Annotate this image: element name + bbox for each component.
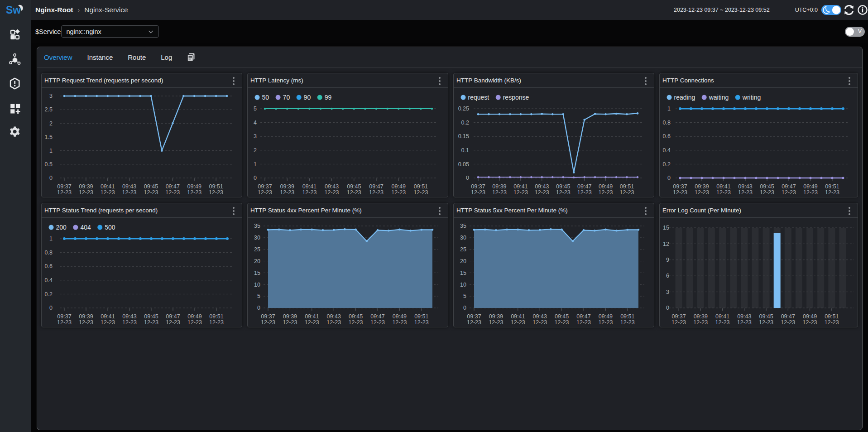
svg-text:15: 15 [460, 270, 466, 276]
svg-text:12-23: 12-23 [349, 319, 363, 326]
svg-text:09:37: 09:37 [57, 183, 71, 190]
svg-text:6: 6 [666, 273, 669, 279]
svg-text:09:47: 09:47 [782, 183, 796, 190]
svg-text:09:43: 09:43 [738, 183, 752, 190]
svg-text:0.2: 0.2 [45, 291, 53, 298]
svg-text:404: 404 [80, 224, 91, 231]
svg-text:30: 30 [254, 235, 260, 241]
svg-text:20: 20 [460, 258, 466, 264]
svg-text:3: 3 [666, 289, 669, 295]
svg-text:09:43: 09:43 [535, 183, 549, 190]
svg-text:0: 0 [463, 305, 466, 311]
svg-text:12-23: 12-23 [759, 319, 773, 326]
svg-text:09:43: 09:43 [325, 183, 339, 190]
svg-text:0.25: 0.25 [458, 106, 469, 112]
svg-text:12-23: 12-23 [803, 319, 817, 326]
svg-text:waiting: waiting [709, 94, 729, 101]
svg-text:09:51: 09:51 [620, 183, 634, 190]
svg-text:99: 99 [325, 94, 332, 101]
svg-text:2: 2 [254, 147, 257, 154]
svg-text:12-23: 12-23 [166, 319, 180, 326]
svg-text:09:45: 09:45 [555, 313, 569, 320]
svg-text:70: 70 [283, 94, 290, 101]
svg-text:12-23: 12-23 [716, 189, 731, 196]
svg-text:12-23: 12-23 [57, 189, 72, 196]
svg-text:09:39: 09:39 [280, 183, 294, 190]
svg-text:12-23: 12-23 [144, 189, 158, 196]
svg-text:09:51: 09:51 [209, 313, 223, 320]
svg-text:09:45: 09:45 [144, 183, 158, 190]
svg-text:0.2: 0.2 [663, 161, 671, 168]
svg-text:12-23: 12-23 [598, 319, 613, 326]
svg-text:09:47: 09:47 [781, 313, 795, 320]
svg-text:12-23: 12-23 [326, 319, 341, 326]
svg-text:1: 1 [49, 235, 53, 242]
svg-text:25: 25 [254, 246, 260, 253]
svg-text:09:39: 09:39 [283, 313, 297, 320]
svg-text:12-23: 12-23 [532, 319, 547, 326]
svg-text:12-23: 12-23 [305, 319, 319, 326]
svg-text:0.6: 0.6 [45, 263, 53, 269]
svg-text:12-23: 12-23 [347, 189, 361, 196]
svg-text:09:39: 09:39 [694, 313, 708, 320]
svg-text:0.15: 0.15 [458, 133, 469, 139]
svg-text:09:49: 09:49 [187, 313, 201, 320]
svg-text:09:39: 09:39 [695, 183, 709, 190]
svg-text:12-23: 12-23 [302, 189, 317, 196]
svg-text:12-23: 12-23 [737, 319, 752, 326]
svg-text:0.05: 0.05 [458, 161, 469, 168]
svg-text:09:37: 09:37 [261, 313, 275, 320]
svg-text:12-23: 12-23 [209, 189, 223, 196]
svg-text:09:37: 09:37 [471, 183, 485, 190]
svg-text:12-23: 12-23 [392, 319, 407, 326]
svg-text:90: 90 [304, 94, 311, 101]
svg-text:20: 20 [254, 258, 260, 264]
svg-text:12-23: 12-23 [782, 189, 796, 196]
svg-text:12-23: 12-23 [258, 189, 272, 196]
svg-text:09:37: 09:37 [673, 183, 687, 190]
svg-text:0: 0 [667, 175, 671, 181]
svg-text:12-23: 12-23 [760, 189, 774, 196]
svg-text:12: 12 [663, 241, 669, 247]
svg-text:09:51: 09:51 [209, 183, 223, 190]
svg-text:2: 2 [49, 120, 53, 127]
svg-text:09:41: 09:41 [305, 313, 319, 320]
svg-text:09:37: 09:37 [467, 313, 481, 320]
svg-text:10: 10 [460, 282, 466, 288]
svg-text:09:45: 09:45 [349, 313, 363, 320]
svg-text:200: 200 [56, 224, 67, 231]
svg-text:12-23: 12-23 [122, 319, 137, 326]
svg-text:0: 0 [49, 175, 53, 181]
svg-text:09:37: 09:37 [57, 313, 71, 320]
svg-text:0: 0 [49, 305, 53, 311]
svg-text:12-23: 12-23 [370, 319, 385, 326]
svg-text:0.8: 0.8 [663, 120, 671, 126]
svg-text:12-23: 12-23 [513, 189, 528, 196]
svg-text:50: 50 [262, 94, 269, 101]
svg-text:09:45: 09:45 [347, 183, 361, 190]
svg-text:09:51: 09:51 [620, 313, 634, 320]
svg-text:09:37: 09:37 [258, 183, 272, 190]
svg-text:09:51: 09:51 [414, 313, 428, 320]
svg-text:09:49: 09:49 [599, 313, 613, 320]
svg-text:12-23: 12-23 [695, 189, 709, 196]
svg-text:2.5: 2.5 [45, 106, 53, 113]
svg-text:09:47: 09:47 [370, 313, 384, 320]
svg-text:09:45: 09:45 [759, 313, 773, 320]
svg-text:09:39: 09:39 [489, 313, 503, 320]
svg-text:12-23: 12-23 [671, 319, 686, 326]
svg-text:12-23: 12-23 [803, 189, 818, 196]
svg-text:09:43: 09:43 [533, 313, 547, 320]
svg-text:0.4: 0.4 [663, 147, 671, 154]
svg-text:09:47: 09:47 [166, 183, 180, 190]
svg-text:0.4: 0.4 [45, 277, 53, 283]
svg-text:12-23: 12-23 [471, 189, 485, 196]
svg-text:Sw: Sw [6, 4, 21, 16]
svg-text:12-23: 12-23 [101, 189, 115, 196]
svg-text:12-23: 12-23 [283, 319, 297, 326]
svg-text:5: 5 [463, 293, 466, 299]
svg-text:15: 15 [254, 270, 260, 276]
svg-text:12-23: 12-23 [599, 189, 613, 196]
svg-text:09:51: 09:51 [414, 183, 428, 190]
svg-text:09:49: 09:49 [187, 183, 201, 190]
